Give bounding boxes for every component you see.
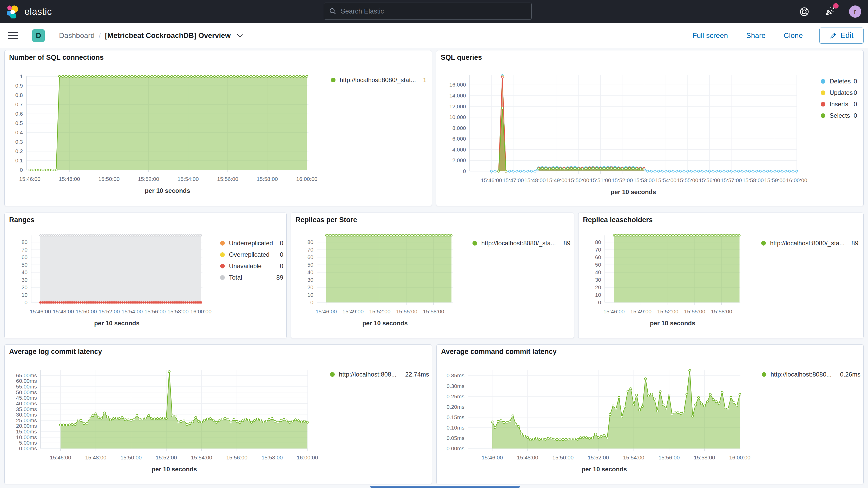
legend-item[interactable]: http://localhost:8080...0.26ms <box>762 371 861 378</box>
marker-log-commit <box>289 422 291 424</box>
marker-connections <box>223 75 225 78</box>
marker-deletes <box>650 170 652 172</box>
marker-log-commit <box>112 418 114 420</box>
marker-selects <box>567 167 569 170</box>
y-axis-tick: 8,000 <box>452 125 466 131</box>
panel-title-avg-log-commit-latency[interactable]: Average log commit latency <box>9 348 102 356</box>
marker-connections <box>292 75 295 78</box>
panel-title-replicas-per-store[interactable]: Replicas per Store <box>296 216 357 224</box>
space-badge[interactable]: D <box>32 29 45 42</box>
marker-connections <box>303 75 305 78</box>
chart-replicas-per-store[interactable]: 8070605040302010015:46:0015:49:0015:52:0… <box>291 213 574 339</box>
marker-total <box>114 235 116 236</box>
legend-dot <box>220 241 225 246</box>
panel-title-ranges[interactable]: Ranges <box>9 216 35 224</box>
search-bar[interactable] <box>324 3 532 20</box>
x-axis-tick: 15:49:00 <box>546 177 567 183</box>
panel-title-replica-leaseholders[interactable]: Replica leaseholders <box>583 216 653 224</box>
marker-total <box>193 235 194 236</box>
chart-sql-connections[interactable]: 10.90.80.70.60.50.40.30.20.1015:46:0015:… <box>5 51 432 206</box>
legend-item[interactable]: http://localhost:8080/_sta...89 <box>761 240 858 247</box>
marker-command-commit <box>636 394 638 396</box>
clone-button[interactable]: Clone <box>782 31 804 40</box>
marker-total <box>179 235 181 236</box>
marker-total <box>97 235 98 236</box>
edit-button[interactable]: Edit <box>819 28 864 44</box>
marker-total <box>61 235 62 236</box>
marker-selects <box>501 107 503 109</box>
panel-title-sql-connections[interactable]: Number of SQL connections <box>9 54 104 62</box>
newsfeed-button[interactable] <box>824 6 836 18</box>
legend-value: 89 <box>276 274 283 281</box>
marker-deletes <box>785 170 787 172</box>
marker-command-commit <box>559 439 561 441</box>
legend-value: 0 <box>854 89 857 96</box>
x-axis-tick: 15:46:00 <box>603 308 625 314</box>
legend-item[interactable]: Overreplicated0 <box>220 251 283 258</box>
horizontal-scrollbar-thumb[interactable] <box>370 486 520 488</box>
marker-total <box>51 235 53 236</box>
marker-deletes <box>534 170 536 172</box>
marker-command-commit <box>733 402 735 404</box>
search-input[interactable] <box>340 7 527 16</box>
legend-item[interactable]: Deletes0 <box>821 78 857 85</box>
marker-command-commit <box>509 420 511 422</box>
marker-log-commit <box>104 412 106 414</box>
full-screen-button[interactable]: Full screen <box>691 31 730 40</box>
marker-log-commit <box>171 415 173 417</box>
y-axis-tick: 50 <box>307 262 313 268</box>
x-axis-tick: 15:48:00 <box>85 455 106 460</box>
legend-item[interactable]: http://localhost:8080/_sta...89 <box>472 240 570 247</box>
marker-total <box>86 235 87 236</box>
marker-command-commit <box>715 401 717 403</box>
marker-command-commit <box>677 411 679 414</box>
menu-button[interactable] <box>4 31 18 40</box>
marker-selects <box>610 167 612 169</box>
marker-connections <box>151 75 153 78</box>
panel-title-avg-command-commit-latency[interactable]: Average command commit latency <box>441 348 557 356</box>
marker-command-commit <box>544 438 546 440</box>
y-axis-tick: 20 <box>22 284 28 290</box>
marker-deletes <box>745 170 747 172</box>
title-menu-button[interactable] <box>237 33 243 38</box>
marker-log-commit <box>253 419 255 422</box>
legend-item[interactable]: http://localhost:808...22.74ms <box>330 371 429 378</box>
breadcrumb-dashboard[interactable]: Dashboard <box>59 31 95 40</box>
user-avatar[interactable]: r <box>849 5 861 18</box>
x-axis-tick: 15:54:00 <box>655 177 677 183</box>
marker-log-commit <box>245 418 247 420</box>
legend-item[interactable]: Inserts0 <box>821 100 857 108</box>
marker-log-commit <box>206 418 209 420</box>
legend-item[interactable]: Selects0 <box>821 112 857 119</box>
panel-title-sql-queries[interactable]: SQL queries <box>441 54 482 62</box>
legend-item[interactable]: Unavailable0 <box>220 263 283 270</box>
marker-log-commit <box>230 421 232 423</box>
marker-deletes <box>723 170 725 172</box>
chart-replica-leaseholders[interactable]: 8070605040302010015:46:0015:49:0015:52:0… <box>579 213 864 339</box>
y-axis-tick: 2,000 <box>452 157 466 163</box>
marker-log-commit <box>95 413 97 415</box>
legend-item[interactable]: Total89 <box>220 274 283 281</box>
chart-avg-command-commit-latency[interactable]: 0.35ms0.30ms0.25ms0.20ms0.15ms0.10ms0.05… <box>437 344 864 484</box>
elastic-logo[interactable]: elastic <box>0 5 52 19</box>
chart-sql-queries[interactable]: 16,00014,00012,00010,0008,0006,0004,0002… <box>436 51 864 206</box>
breadcrumb-separator: / <box>99 31 101 40</box>
marker-total <box>141 235 143 236</box>
marker-selects <box>628 167 630 170</box>
legend-item[interactable]: Updates0 <box>821 89 857 96</box>
panel-avg-log-commit-latency: 65.00ms60.00ms55.00ms50.00ms45.00ms40.00… <box>4 344 432 484</box>
y-axis-tick: 0.2 <box>16 148 23 154</box>
marker-log-commit <box>86 422 88 424</box>
legend-item[interactable]: http://localhost:8080/_stat...1 <box>331 77 427 84</box>
marker-selects <box>588 167 590 170</box>
marker-deletes <box>712 170 714 172</box>
share-button[interactable]: Share <box>745 31 767 40</box>
y-axis-tick: 10 <box>22 292 28 298</box>
x-axis-tick: 15:58:00 <box>261 455 283 460</box>
help-button[interactable] <box>799 6 810 18</box>
marker-command-commit <box>574 438 576 440</box>
chart-ranges[interactable]: 8070605040302010015:46:0015:48:0015:50:0… <box>5 213 287 339</box>
marker-total <box>110 235 112 236</box>
legend-item[interactable]: Underreplicated0 <box>220 240 283 247</box>
chart-avg-log-commit-latency[interactable]: 65.00ms60.00ms55.00ms50.00ms45.00ms40.00… <box>5 344 432 484</box>
